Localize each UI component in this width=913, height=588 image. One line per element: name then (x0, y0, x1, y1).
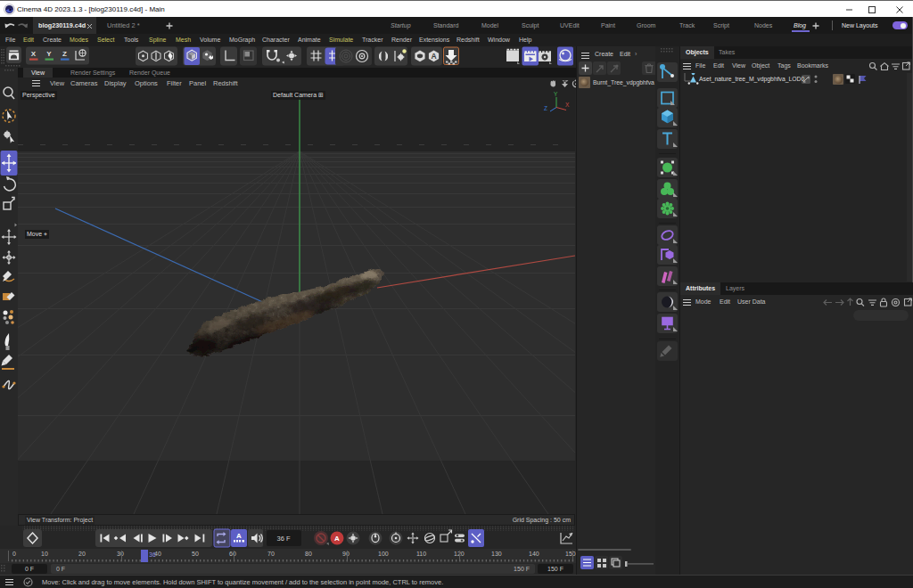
svg-text:Z: Z (62, 50, 67, 58)
svg-text:A: A (334, 535, 340, 543)
svg-text:A: A (431, 52, 436, 61)
svg-text:Z: Z (544, 105, 547, 111)
svg-text:36 F: 36 F (276, 535, 290, 543)
svg-text:X: X (31, 50, 37, 58)
svg-text:36: 36 (149, 551, 156, 558)
svg-text:Y: Y (554, 91, 558, 97)
svg-text:Y: Y (46, 50, 52, 58)
svg-text:A: A (236, 532, 242, 540)
svg-text:X: X (565, 102, 570, 108)
